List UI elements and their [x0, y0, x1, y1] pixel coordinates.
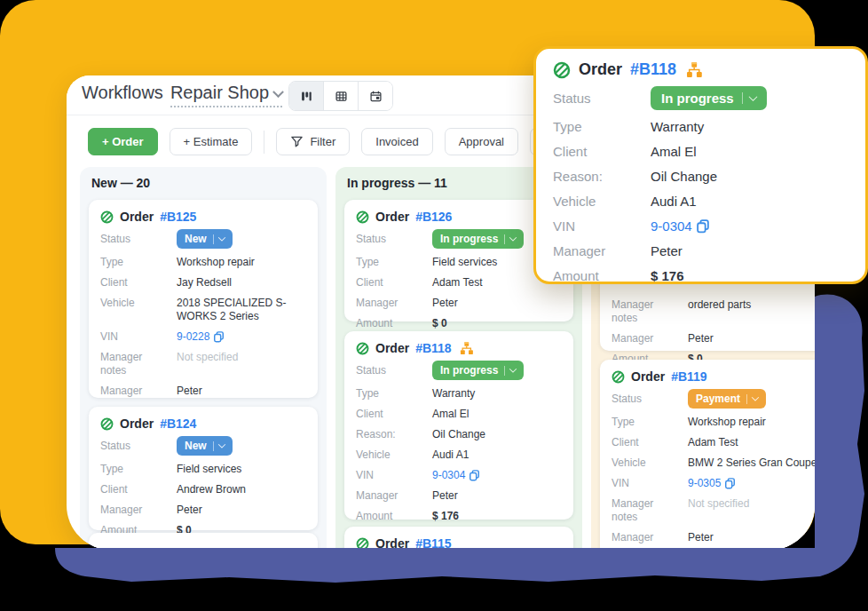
copy-icon[interactable] [213, 331, 225, 343]
field-label: Manager [612, 531, 688, 544]
vin-value: 9-0304 [432, 469, 480, 482]
status-badge[interactable]: New [177, 229, 233, 249]
order-id-link[interactable]: #B115 [415, 536, 451, 550]
order-card-clipped[interactable] [89, 533, 318, 550]
field-label: Type [356, 256, 432, 269]
badge-divider [213, 234, 214, 244]
status-badge-label: In progress [661, 90, 734, 107]
board-title-dropdown[interactable]: Repair Shop [170, 83, 282, 107]
order-id-link[interactable]: #B118 [630, 60, 676, 79]
status-badge-label: In progress [440, 364, 498, 377]
order-card-b125[interactable]: Order #B125 Status New Type Workshop rep… [89, 200, 318, 398]
badge-divider [742, 92, 743, 104]
add-estimate-button[interactable]: + Estimate [170, 128, 253, 155]
view-toggle-group [288, 81, 393, 111]
filter-button-label: Filter [310, 135, 335, 148]
order-card-b115[interactable]: Order #B115 [344, 527, 573, 550]
field-value: Workshop repair [688, 416, 766, 429]
status-badge[interactable]: New [177, 436, 233, 456]
order-card-b119[interactable]: Order #B119 Status Payment Type Workshop… [600, 360, 815, 550]
field-label: Reason: [553, 168, 651, 185]
popup-title: Order #B118 [553, 60, 848, 79]
field-label: Type [100, 256, 177, 269]
field-label: Type [356, 387, 432, 401]
vin-value: 9-0228 [177, 330, 225, 344]
field-value: Peter [651, 242, 683, 259]
chevron-down-icon [752, 393, 759, 401]
field-label: Type [553, 118, 651, 135]
field-value: Oil Change [432, 428, 485, 441]
order-card-b124[interactable]: Order #B124 Status New Type Field servic… [89, 407, 318, 530]
order-icon [100, 417, 114, 431]
copy-icon[interactable] [469, 470, 480, 481]
column-new-header: New — 20 [91, 176, 150, 190]
field-label: Client [553, 143, 651, 160]
field-label: Manager [612, 332, 688, 345]
field-label: Client [100, 483, 177, 496]
hierarchy-icon [460, 342, 474, 355]
field-value: Adam Test [432, 276, 482, 290]
calendar-view-button[interactable] [359, 82, 392, 110]
order-icon [100, 210, 114, 224]
field-value: Andrew Brown [177, 483, 246, 496]
order-id-link[interactable]: #B125 [160, 210, 196, 224]
field-value: Peter [432, 489, 458, 503]
field-value: 2018 SPECIALIZED S-WORKS 2 Series [177, 297, 306, 323]
field-value: Peter [688, 531, 714, 544]
status-badge-label: Payment [696, 393, 740, 406]
field-value: Amal El [651, 143, 697, 160]
field-label: Manager [356, 297, 432, 310]
field-value: Audi A1 [432, 448, 469, 462]
invoiced-filter-button[interactable]: Invoiced [361, 128, 432, 155]
order-detail-popup: Order #B118 Status In progress Type Warr… [533, 46, 868, 284]
field-value: Not specified [177, 351, 238, 377]
field-label: Vehicle [100, 297, 177, 323]
order-icon [356, 342, 369, 355]
order-id-link[interactable]: #B124 [160, 417, 196, 431]
field-label: Status [100, 233, 177, 246]
field-label: Status [356, 233, 432, 246]
vin-number: 9-0305 [688, 477, 721, 490]
status-badge[interactable]: Payment [688, 389, 766, 409]
order-card-b118[interactable]: Order #B118 Status In progress Type Warr… [344, 331, 573, 520]
vin-number: 9-0304 [432, 469, 465, 482]
vin-value: 9-0304 [651, 218, 710, 234]
card-title: Order #B119 [612, 369, 815, 384]
order-icon [553, 61, 571, 79]
card-title: Order #B115 [356, 536, 562, 550]
field-label: VIN [356, 469, 432, 482]
field-label: VIN [100, 330, 177, 344]
field-value: Peter [177, 504, 202, 517]
column-in-progress-header: In progress — 11 [347, 176, 447, 190]
order-id-link[interactable]: #B126 [415, 210, 452, 224]
status-badge[interactable]: In progress [432, 361, 524, 380]
board-title: Repair Shop [170, 83, 269, 103]
table-view-button[interactable] [324, 82, 359, 110]
kanban-view-button[interactable] [289, 82, 324, 110]
order-label: Order [120, 417, 154, 431]
add-order-button[interactable]: + Order [88, 128, 158, 155]
status-badge[interactable]: In progress [651, 86, 767, 110]
card-title: Order #B118 [356, 341, 562, 355]
chevron-down-icon [272, 86, 284, 98]
filter-button[interactable]: Filter [276, 128, 350, 155]
field-label: Status [356, 364, 432, 377]
field-label: VIN [553, 218, 651, 234]
field-label: Status [100, 440, 177, 453]
chevron-down-icon [509, 234, 517, 241]
status-badge[interactable]: In progress [432, 229, 524, 249]
field-label: Reason: [356, 428, 432, 441]
approval-filter-button[interactable]: Approval [445, 128, 518, 155]
order-label: Order [375, 341, 409, 355]
copy-icon[interactable] [724, 478, 736, 489]
app-title: Workflows [82, 83, 163, 103]
field-label: Status [612, 393, 688, 406]
field-label: Type [100, 463, 177, 476]
order-id-link[interactable]: #B118 [415, 341, 451, 355]
column-new: New — 20 Order #B125 Status New Type Wor… [80, 167, 327, 550]
field-value: ordered parts [688, 298, 751, 325]
field-label: Manager notes [612, 497, 688, 524]
field-label: Vehicle [553, 193, 651, 210]
copy-icon[interactable] [696, 219, 710, 234]
order-id-link[interactable]: #B119 [671, 369, 706, 384]
